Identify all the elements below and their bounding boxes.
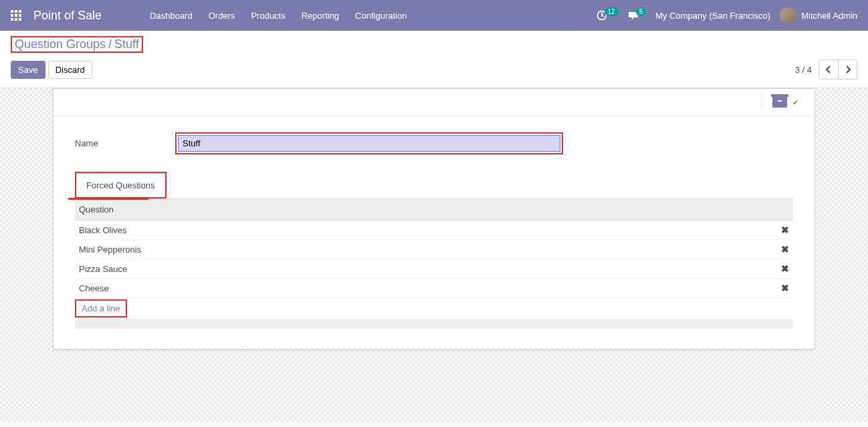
tab-forced-questions[interactable]: Forced Questions (76, 173, 165, 197)
company-switcher[interactable]: My Company (San Francisco) (655, 11, 770, 21)
save-button[interactable]: Save (11, 61, 45, 79)
name-field-row: Name (75, 132, 793, 154)
content-area: ✔ Name Forced Questions (0, 88, 868, 422)
col-header-question[interactable]: Question (75, 199, 772, 221)
add-line-highlight: Add a line (75, 299, 127, 317)
breadcrumb-current: Stuff (114, 37, 139, 51)
pager-next-button[interactable] (838, 60, 857, 79)
svg-rect-3 (11, 14, 13, 17)
remove-row-button[interactable]: ✖ (772, 279, 793, 298)
navbar: Point of Sale Dashboard Orders Products … (0, 0, 868, 31)
remove-row-button[interactable]: ✖ (772, 259, 793, 279)
activity-indicator[interactable]: 12 (596, 10, 619, 21)
svg-rect-6 (11, 18, 13, 21)
messaging-indicator[interactable]: 5 (628, 10, 647, 21)
name-label: Name (75, 138, 175, 148)
tabs: Forced Questions (75, 172, 793, 199)
question-cell[interactable]: Mini Pepperonis (75, 240, 772, 259)
messaging-badge: 5 (636, 7, 647, 16)
archive-toggle[interactable]: ✔ (761, 94, 809, 110)
discard-button[interactable]: Discard (48, 61, 92, 79)
pager-prev-button[interactable] (819, 60, 838, 79)
nav-menu: Dashboard Orders Products Reporting Conf… (142, 11, 415, 21)
question-cell[interactable]: Cheese (75, 279, 772, 298)
svg-rect-8 (19, 18, 21, 21)
form-sheet: ✔ Name Forced Questions (53, 88, 815, 349)
questions-table: Question Black Olives ✖ Mini Pepperonis … (75, 199, 793, 329)
add-line-row: Add a line (75, 298, 793, 319)
breadcrumb: Question Groups / Stuff (11, 36, 143, 53)
nav-menu-orders[interactable]: Orders (201, 11, 243, 21)
chevron-left-icon (826, 65, 831, 74)
svg-rect-4 (15, 14, 17, 17)
nav-menu-configuration[interactable]: Configuration (347, 11, 415, 21)
col-header-remove (772, 199, 793, 221)
status-row: ✔ (53, 89, 815, 116)
chevron-right-icon (845, 65, 851, 74)
name-input[interactable] (178, 135, 560, 152)
activity-badge: 12 (605, 7, 619, 16)
remove-row-button[interactable]: ✖ (772, 240, 793, 259)
breadcrumb-separator: / (108, 37, 112, 51)
user-menu[interactable]: Mitchell Admin (780, 7, 857, 23)
pager-info[interactable]: 3 / 4 (795, 65, 812, 75)
nav-right: 12 5 My Company (San Francisco) Mitchell… (596, 7, 857, 23)
nav-menu-dashboard[interactable]: Dashboard (142, 11, 201, 21)
add-line-link[interactable]: Add a line (82, 303, 120, 313)
archive-icon (772, 97, 787, 108)
pager-buttons (819, 59, 857, 80)
question-cell[interactable]: Black Olives (75, 221, 772, 240)
question-cell[interactable]: Pizza Sauce (75, 259, 772, 279)
app-brand[interactable]: Point of Sale (33, 9, 102, 23)
svg-rect-5 (19, 14, 21, 17)
table-row[interactable]: Cheese ✖ (75, 279, 793, 298)
svg-rect-1 (15, 10, 17, 13)
svg-rect-2 (19, 10, 21, 13)
nav-menu-products[interactable]: Products (243, 11, 293, 21)
svg-rect-7 (15, 18, 17, 21)
avatar (780, 7, 796, 23)
name-input-highlight (175, 132, 563, 154)
svg-rect-0 (11, 10, 13, 13)
table-row[interactable]: Black Olives ✖ (75, 221, 793, 240)
remove-row-button[interactable]: ✖ (772, 221, 793, 240)
user-name: Mitchell Admin (801, 11, 857, 21)
table-footer-bar (75, 319, 793, 329)
check-icon: ✔ (792, 98, 798, 107)
breadcrumb-parent[interactable]: Question Groups (15, 37, 106, 51)
table-row[interactable]: Pizza Sauce ✖ (75, 259, 793, 279)
control-panel: Question Groups / Stuff Save Discard 3 /… (0, 31, 868, 88)
tab-highlight: Forced Questions (75, 172, 167, 198)
apps-icon[interactable] (11, 10, 21, 21)
nav-menu-reporting[interactable]: Reporting (294, 11, 347, 21)
tab-underline-highlight (68, 198, 148, 200)
table-row[interactable]: Mini Pepperonis ✖ (75, 240, 793, 259)
